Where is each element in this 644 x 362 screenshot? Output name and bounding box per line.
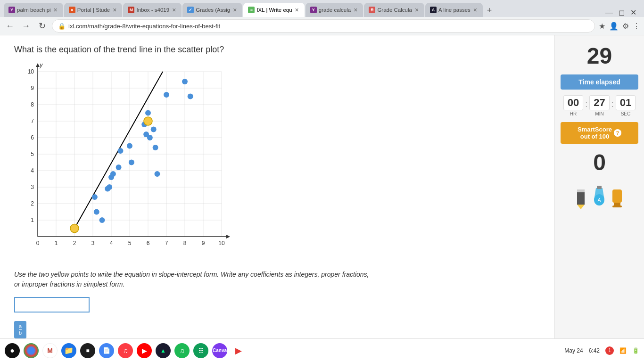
- taskbar-youtube-icon[interactable]: ▶: [137, 343, 152, 358]
- timer-sep-1: :: [585, 99, 587, 109]
- svg-marker-26: [36, 63, 40, 67]
- data-point: [147, 135, 153, 140]
- svg-text:8: 8: [183, 240, 187, 247]
- tab-close-line-passes[interactable]: ×: [472, 5, 478, 15]
- data-point: [182, 79, 188, 84]
- svg-text:4: 4: [31, 167, 34, 174]
- timer-display: 00 HR : 27 MIN : 01 SEC: [561, 95, 638, 116]
- tab-favicon-palm-beach: Y: [8, 7, 15, 13]
- fraction-icon: a b: [19, 324, 22, 336]
- data-point: [145, 110, 151, 116]
- svg-text:9: 9: [202, 240, 205, 247]
- taskbar-battery-icon: 🔋: [632, 347, 639, 354]
- taskbar-camera-icon: ●: [5, 343, 20, 358]
- bookmark-icon[interactable]: ★: [599, 22, 605, 31]
- browser-chrome: Ypalm beach pi×●Portal | Stude×MInbox - …: [0, 0, 644, 35]
- flask-icon: A: [591, 186, 607, 209]
- svg-text:8: 8: [31, 101, 34, 108]
- taskbar-music-icon[interactable]: ♫: [118, 343, 133, 358]
- tab-close-inbox[interactable]: ×: [171, 5, 177, 15]
- answer-area: [14, 297, 540, 316]
- forward-button[interactable]: →: [20, 20, 32, 32]
- timer-sec-label: SEC: [621, 111, 631, 116]
- data-point: [92, 194, 98, 200]
- minimize-button[interactable]: —: [605, 8, 613, 17]
- taskbar-gmail-icon[interactable]: M: [42, 343, 58, 358]
- taskbar-time: 6:42: [589, 347, 600, 354]
- profile-icon[interactable]: 👤: [609, 22, 619, 31]
- taskbar-chrome-icon[interactable]: [24, 343, 39, 358]
- timer-hr-label: HR: [570, 111, 577, 116]
- tab-favicon-line-passes: A: [430, 7, 437, 13]
- timer-min-value: 27: [589, 95, 609, 110]
- taskbar-canva-icon[interactable]: Canva: [212, 343, 227, 358]
- score-number: 29: [587, 43, 612, 69]
- data-point: [151, 127, 157, 132]
- taskbar-date: May 24: [564, 347, 583, 354]
- lock-icon: 🔒: [58, 23, 66, 30]
- answer-input[interactable]: [14, 297, 90, 313]
- fraction-button[interactable]: a b: [14, 321, 26, 338]
- taskbar-trading-icon[interactable]: ▲: [156, 343, 171, 358]
- tab-favicon-portal: ●: [69, 7, 75, 13]
- main-area: What is the equation of the trend line i…: [0, 35, 554, 362]
- data-point: [155, 171, 160, 177]
- svg-text:9: 9: [31, 85, 34, 91]
- menu-icon[interactable]: ⋮: [633, 22, 640, 31]
- tab-line-passes[interactable]: AA line passes×: [425, 3, 483, 17]
- taskbar-files-icon[interactable]: 📁: [61, 343, 76, 358]
- tab-close-palm-beach[interactable]: ×: [53, 5, 58, 15]
- taskbar-play-icon[interactable]: ▶: [231, 343, 246, 358]
- tab-favicon-grade-calc-r: R: [369, 7, 375, 13]
- smart-score-box: SmartScoreout of 100 ?: [561, 122, 638, 144]
- tab-close-grades[interactable]: ×: [232, 5, 238, 15]
- tab-close-portal[interactable]: ×: [112, 5, 117, 15]
- new-tab-button[interactable]: +: [483, 4, 496, 17]
- svg-text:3: 3: [91, 240, 95, 247]
- tab-ixl-write[interactable]: ≡IXL | Write equ×: [243, 3, 304, 17]
- svg-text:6: 6: [147, 240, 150, 247]
- data-point: [129, 160, 134, 165]
- back-button[interactable]: ←: [4, 20, 16, 32]
- tab-title-grade-calc-y: grade calcula: [319, 7, 351, 13]
- data-point: [99, 217, 105, 223]
- smart-score-label: SmartScoreout of 100: [578, 126, 612, 140]
- tab-close-grade-calc-r[interactable]: ×: [414, 5, 420, 15]
- svg-text:0: 0: [36, 240, 40, 247]
- timer-sec-value: 01: [616, 95, 636, 110]
- svg-text:5: 5: [128, 240, 132, 247]
- taskbar-spotify-icon[interactable]: ♫: [174, 343, 190, 358]
- svg-text:1: 1: [31, 217, 34, 223]
- tab-inbox[interactable]: MInbox - s4019×: [123, 3, 182, 17]
- address-bar: ← → ↻ 🔒 ixl.com/math/grade-8/write-equat…: [0, 17, 644, 35]
- tab-palm-beach[interactable]: Ypalm beach pi×: [4, 3, 63, 17]
- reload-button[interactable]: ↻: [36, 20, 48, 32]
- smart-score-help-icon[interactable]: ?: [614, 129, 621, 137]
- taskbar-docs-icon[interactable]: 📄: [99, 343, 114, 358]
- yellow-point: [70, 224, 79, 233]
- close-window-button[interactable]: ✕: [630, 8, 636, 17]
- tab-grade-calc-r[interactable]: RGrade Calcula×: [364, 3, 424, 17]
- svg-text:2: 2: [31, 200, 34, 207]
- address-bar-actions: ★ 👤 ⚙ ⋮: [599, 22, 640, 31]
- restore-button[interactable]: ◻: [619, 8, 625, 17]
- url-box[interactable]: 🔒 ixl.com/math/grade-8/write-equations-f…: [52, 19, 595, 33]
- timer-hr-value: 00: [563, 95, 583, 110]
- extensions-icon[interactable]: ⚙: [622, 22, 629, 31]
- tab-close-grade-calc-y[interactable]: ×: [353, 5, 358, 15]
- tab-grades[interactable]: ✓Grades (Assig×: [182, 3, 242, 17]
- taskbar-terminal-icon[interactable]: ■: [80, 343, 95, 358]
- svg-text:A: A: [597, 197, 601, 203]
- data-point: [107, 184, 112, 190]
- question-text: What is the equation of the trend line i…: [14, 45, 540, 55]
- svg-marker-52: [577, 205, 585, 209]
- taskbar-right: May 24 6:42 1 📶 🔋: [564, 346, 639, 355]
- taskbar-sheets-icon[interactable]: ☷: [193, 343, 208, 358]
- tab-portal[interactable]: ●Portal | Stude×: [64, 3, 123, 17]
- timer-min-label: MIN: [595, 111, 603, 116]
- tab-grade-calc-y[interactable]: Ygrade calcula×: [305, 3, 363, 17]
- tab-close-ixl-write[interactable]: ×: [294, 5, 300, 15]
- svg-text:1: 1: [55, 240, 58, 247]
- svg-text:10: 10: [28, 68, 34, 75]
- tab-favicon-grade-calc-y: Y: [310, 7, 317, 13]
